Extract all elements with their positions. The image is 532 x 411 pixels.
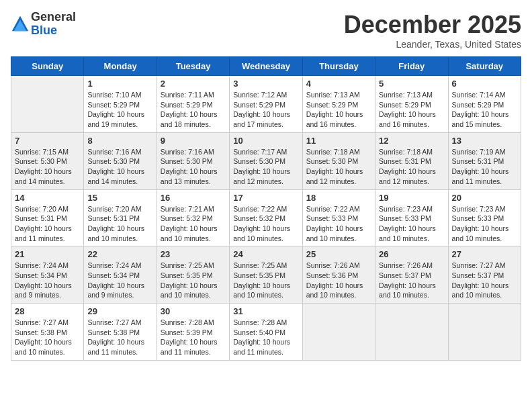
calendar-cell: 6Sunrise: 7:14 AM Sunset: 5:29 PM Daylig… <box>448 76 521 133</box>
day-number: 4 <box>306 79 371 89</box>
logo-general-text: General <box>31 11 76 24</box>
calendar-week-5: 28Sunrise: 7:27 AM Sunset: 5:38 PM Dayli… <box>11 304 521 361</box>
calendar-cell: 20Sunrise: 7:23 AM Sunset: 5:33 PM Dayli… <box>448 189 521 246</box>
calendar-cell: 11Sunrise: 7:18 AM Sunset: 5:30 PM Dayli… <box>302 132 375 189</box>
calendar-cell <box>11 76 84 133</box>
calendar-cell <box>448 304 521 361</box>
calendar-cell: 5Sunrise: 7:13 AM Sunset: 5:29 PM Daylig… <box>375 76 448 133</box>
day-info: Sunrise: 7:25 AM Sunset: 5:35 PM Dayligh… <box>233 261 298 300</box>
day-info: Sunrise: 7:27 AM Sunset: 5:38 PM Dayligh… <box>87 318 152 357</box>
day-number: 5 <box>379 79 444 89</box>
calendar-cell: 8Sunrise: 7:16 AM Sunset: 5:30 PM Daylig… <box>84 132 157 189</box>
calendar-cell: 28Sunrise: 7:27 AM Sunset: 5:38 PM Dayli… <box>11 304 84 361</box>
calendar-cell: 22Sunrise: 7:24 AM Sunset: 5:34 PM Dayli… <box>84 246 157 304</box>
day-info: Sunrise: 7:20 AM Sunset: 5:31 PM Dayligh… <box>87 204 152 244</box>
logo-text: General Blue <box>31 11 76 38</box>
calendar-cell: 14Sunrise: 7:20 AM Sunset: 5:31 PM Dayli… <box>11 189 84 246</box>
day-number: 16 <box>161 193 226 203</box>
calendar-cell: 7Sunrise: 7:15 AM Sunset: 5:30 PM Daylig… <box>11 132 84 189</box>
day-info: Sunrise: 7:22 AM Sunset: 5:32 PM Dayligh… <box>233 204 298 244</box>
calendar-cell: 19Sunrise: 7:23 AM Sunset: 5:33 PM Dayli… <box>375 189 448 246</box>
day-number: 20 <box>452 193 517 203</box>
day-number: 11 <box>306 136 371 146</box>
calendar-cell: 16Sunrise: 7:21 AM Sunset: 5:32 PM Dayli… <box>157 189 229 246</box>
day-info: Sunrise: 7:14 AM Sunset: 5:29 PM Dayligh… <box>452 90 517 130</box>
day-info: Sunrise: 7:20 AM Sunset: 5:31 PM Dayligh… <box>15 204 80 244</box>
calendar-cell: 13Sunrise: 7:19 AM Sunset: 5:31 PM Dayli… <box>448 132 521 189</box>
day-info: Sunrise: 7:28 AM Sunset: 5:40 PM Dayligh… <box>233 318 298 357</box>
day-number: 30 <box>161 306 226 316</box>
calendar-cell: 27Sunrise: 7:27 AM Sunset: 5:37 PM Dayli… <box>448 246 521 304</box>
calendar-cell <box>375 304 448 361</box>
day-info: Sunrise: 7:27 AM Sunset: 5:37 PM Dayligh… <box>452 261 517 300</box>
calendar-header-wednesday: Wednesday <box>230 57 302 76</box>
day-number: 8 <box>87 136 152 146</box>
day-info: Sunrise: 7:10 AM Sunset: 5:29 PM Dayligh… <box>87 90 152 130</box>
day-number: 29 <box>87 306 152 316</box>
day-info: Sunrise: 7:11 AM Sunset: 5:29 PM Dayligh… <box>161 90 226 130</box>
day-info: Sunrise: 7:24 AM Sunset: 5:34 PM Dayligh… <box>15 261 80 300</box>
day-info: Sunrise: 7:13 AM Sunset: 5:29 PM Dayligh… <box>379 90 444 130</box>
day-number: 3 <box>233 79 298 89</box>
calendar-cell: 4Sunrise: 7:13 AM Sunset: 5:29 PM Daylig… <box>302 76 375 133</box>
day-number: 1 <box>87 79 152 89</box>
day-info: Sunrise: 7:27 AM Sunset: 5:38 PM Dayligh… <box>15 318 80 357</box>
day-number: 24 <box>233 249 298 259</box>
calendar-cell: 15Sunrise: 7:20 AM Sunset: 5:31 PM Dayli… <box>84 189 157 246</box>
calendar-cell: 9Sunrise: 7:16 AM Sunset: 5:30 PM Daylig… <box>157 132 229 189</box>
day-number: 25 <box>306 249 371 259</box>
day-info: Sunrise: 7:22 AM Sunset: 5:33 PM Dayligh… <box>306 204 371 244</box>
logo-icon <box>11 15 30 34</box>
calendar-cell: 3Sunrise: 7:12 AM Sunset: 5:29 PM Daylig… <box>230 76 302 133</box>
day-info: Sunrise: 7:13 AM Sunset: 5:29 PM Dayligh… <box>306 90 371 130</box>
day-info: Sunrise: 7:18 AM Sunset: 5:31 PM Dayligh… <box>379 147 444 187</box>
day-number: 28 <box>15 306 80 316</box>
calendar-header-thursday: Thursday <box>302 57 375 76</box>
day-info: Sunrise: 7:16 AM Sunset: 5:30 PM Dayligh… <box>161 147 226 187</box>
calendar-cell: 12Sunrise: 7:18 AM Sunset: 5:31 PM Dayli… <box>375 132 448 189</box>
day-info: Sunrise: 7:24 AM Sunset: 5:34 PM Dayligh… <box>87 261 152 300</box>
calendar-header-monday: Monday <box>84 57 157 76</box>
calendar-week-4: 21Sunrise: 7:24 AM Sunset: 5:34 PM Dayli… <box>11 246 521 304</box>
calendar-cell: 25Sunrise: 7:26 AM Sunset: 5:36 PM Dayli… <box>302 246 375 304</box>
calendar-cell: 31Sunrise: 7:28 AM Sunset: 5:40 PM Dayli… <box>230 304 302 361</box>
day-number: 12 <box>379 136 444 146</box>
day-number: 6 <box>452 79 517 89</box>
day-number: 26 <box>379 249 444 259</box>
day-info: Sunrise: 7:26 AM Sunset: 5:37 PM Dayligh… <box>379 261 444 300</box>
calendar-week-3: 14Sunrise: 7:20 AM Sunset: 5:31 PM Dayli… <box>11 189 521 246</box>
calendar-cell: 1Sunrise: 7:10 AM Sunset: 5:29 PM Daylig… <box>84 76 157 133</box>
page-header: General Blue December 2025 Leander, Texa… <box>11 11 521 50</box>
calendar-cell: 18Sunrise: 7:22 AM Sunset: 5:33 PM Dayli… <box>302 189 375 246</box>
calendar-week-1: 1Sunrise: 7:10 AM Sunset: 5:29 PM Daylig… <box>11 76 521 133</box>
calendar-header-saturday: Saturday <box>448 57 521 76</box>
day-info: Sunrise: 7:15 AM Sunset: 5:30 PM Dayligh… <box>15 147 80 187</box>
calendar-table: SundayMondayTuesdayWednesdayThursdayFrid… <box>11 56 521 361</box>
day-info: Sunrise: 7:17 AM Sunset: 5:30 PM Dayligh… <box>233 147 298 187</box>
day-info: Sunrise: 7:12 AM Sunset: 5:29 PM Dayligh… <box>233 90 298 130</box>
day-number: 27 <box>452 249 517 259</box>
calendar-cell: 21Sunrise: 7:24 AM Sunset: 5:34 PM Dayli… <box>11 246 84 304</box>
calendar-header-row: SundayMondayTuesdayWednesdayThursdayFrid… <box>11 57 521 76</box>
day-info: Sunrise: 7:16 AM Sunset: 5:30 PM Dayligh… <box>87 147 152 187</box>
month-title: December 2025 <box>344 11 521 39</box>
day-number: 14 <box>15 193 80 203</box>
day-number: 21 <box>15 249 80 259</box>
calendar-cell: 10Sunrise: 7:17 AM Sunset: 5:30 PM Dayli… <box>230 132 302 189</box>
logo-blue-text: Blue <box>31 24 76 38</box>
logo: General Blue <box>11 11 76 38</box>
day-info: Sunrise: 7:19 AM Sunset: 5:31 PM Dayligh… <box>452 147 517 187</box>
calendar-cell: 2Sunrise: 7:11 AM Sunset: 5:29 PM Daylig… <box>157 76 229 133</box>
day-number: 18 <box>306 193 371 203</box>
day-number: 10 <box>233 136 298 146</box>
location: Leander, Texas, United States <box>344 39 521 50</box>
day-number: 22 <box>87 249 152 259</box>
calendar-week-2: 7Sunrise: 7:15 AM Sunset: 5:30 PM Daylig… <box>11 132 521 189</box>
day-number: 15 <box>87 193 152 203</box>
calendar-cell: 17Sunrise: 7:22 AM Sunset: 5:32 PM Dayli… <box>230 189 302 246</box>
day-number: 23 <box>161 249 226 259</box>
day-info: Sunrise: 7:23 AM Sunset: 5:33 PM Dayligh… <box>379 204 444 244</box>
calendar-cell: 23Sunrise: 7:25 AM Sunset: 5:35 PM Dayli… <box>157 246 229 304</box>
calendar-cell: 26Sunrise: 7:26 AM Sunset: 5:37 PM Dayli… <box>375 246 448 304</box>
calendar-cell: 30Sunrise: 7:28 AM Sunset: 5:39 PM Dayli… <box>157 304 229 361</box>
